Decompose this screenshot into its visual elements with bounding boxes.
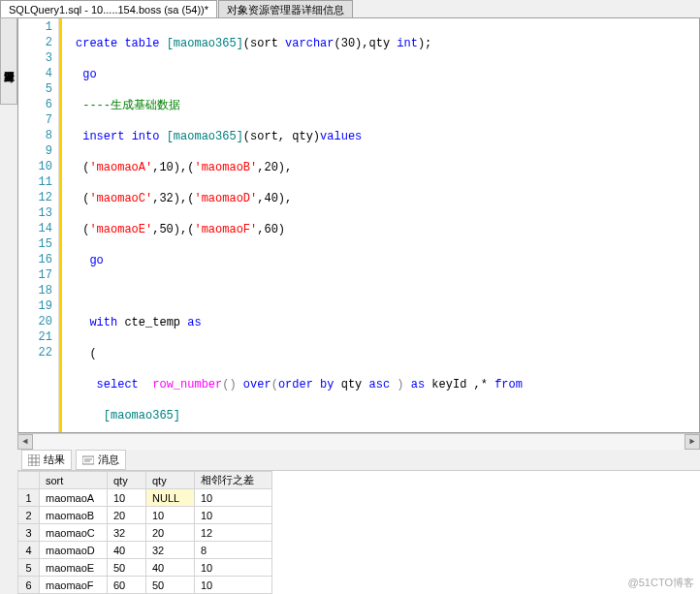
svg-rect-0 (28, 454, 40, 466)
results-grid-icon (28, 454, 40, 466)
tab-sqlquery[interactable]: SQLQuery1.sql - 10.....154.boss (sa (54)… (0, 0, 217, 17)
scroll-right-icon[interactable]: ► (684, 434, 700, 450)
results-grid[interactable]: sort qty qty 相邻行之差 1maomaoA10NULL10 2mao… (17, 470, 700, 594)
table-row[interactable]: 2maomaoB201010 (18, 507, 272, 524)
scroll-left-icon[interactable]: ◄ (17, 434, 33, 450)
code-editor[interactable]: 12345678910111213141516171819202122 crea… (17, 17, 700, 433)
editor-tabs: SQLQuery1.sql - 10.....154.boss (sa (54)… (0, 0, 700, 17)
table-row[interactable]: 6maomaoF605010 (18, 577, 272, 594)
line-number-gutter: 12345678910111213141516171819202122 (18, 18, 59, 432)
horizontal-scrollbar[interactable]: ◄ ► (17, 433, 700, 449)
svg-rect-5 (82, 456, 94, 464)
table-row[interactable]: 1maomaoA10NULL10 (18, 489, 272, 507)
messages-icon (82, 454, 94, 466)
tab-object-explorer-details[interactable]: 对象资源管理器详细信息 (218, 0, 353, 17)
code-content[interactable]: create table [maomao365](sort varchar(30… (62, 18, 699, 432)
watermark: @51CTO博客 (628, 576, 694, 590)
tab-messages[interactable]: 消息 (76, 450, 126, 470)
results-pane-tabs: 结果 消息 (17, 449, 700, 470)
object-explorer-sidebar[interactable]: 对象资源管理器 (0, 17, 17, 105)
table-row[interactable]: 3maomaoC322012 (18, 524, 272, 542)
table-header-row: sort qty qty 相邻行之差 (18, 472, 272, 489)
table-row[interactable]: 4maomaoD40328 (18, 542, 272, 559)
tab-results[interactable]: 结果 (21, 450, 72, 470)
table-row[interactable]: 5maomaoE504010 (18, 559, 272, 577)
